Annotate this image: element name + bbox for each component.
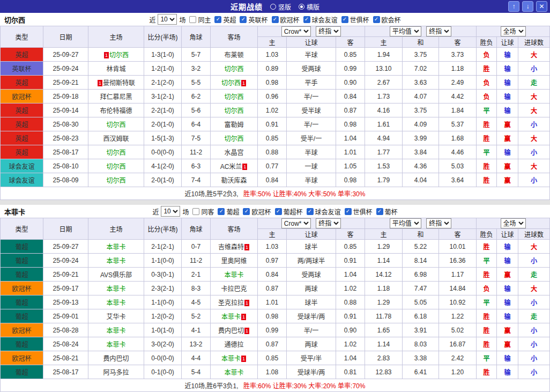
away-team[interactable]: 水晶宫: [224, 149, 243, 157]
asia-home-odds: 0.89: [258, 62, 287, 76]
move-up-button[interactable]: ↑: [508, 1, 519, 12]
europe-odds-source-select[interactable]: 平均值: [390, 26, 421, 36]
away-team[interactable]: AC米兰: [220, 163, 242, 171]
home-team[interactable]: 费内巴切: [103, 355, 129, 363]
match-score[interactable]: 2-1(2-0): [144, 76, 182, 90]
away-team[interactable]: 切尔西: [224, 135, 243, 143]
match-score[interactable]: 2-2(1-0): [144, 103, 182, 117]
home-team[interactable]: 切尔西: [106, 177, 125, 184]
europe-odds-time-select[interactable]: 终指: [426, 26, 451, 36]
league-checkbox[interactable]: ✓球会友谊: [307, 207, 341, 216]
league-checkbox[interactable]: ✓葡超: [218, 207, 239, 216]
vertical-layout-radio[interactable]: 竖版: [270, 2, 291, 11]
home-team[interactable]: 本菲卡: [106, 285, 125, 293]
away-team[interactable]: 勒沃库森: [221, 177, 247, 184]
move-down-button[interactable]: ↓: [522, 1, 533, 12]
match-score[interactable]: 0-0(0-0): [144, 145, 182, 159]
home-team[interactable]: 切尔西: [106, 163, 125, 171]
league-checkbox[interactable]: ✓英超: [214, 15, 236, 24]
asia-odds-time-select[interactable]: 终指: [316, 218, 341, 228]
match-score[interactable]: 2-3(2-1): [144, 282, 182, 295]
europe-odds-source-select[interactable]: 平均值: [390, 218, 421, 228]
away-team[interactable]: 卡拉巴克: [221, 285, 247, 293]
match-score[interactable]: 1-5(1-3): [144, 131, 182, 145]
home-team[interactable]: 林肯城: [106, 65, 125, 73]
home-team[interactable]: 本菲卡: [106, 327, 125, 335]
europe-odds-time-select[interactable]: 终指: [426, 218, 451, 228]
league-checkbox[interactable]: ✓球会友谊: [303, 15, 338, 24]
away-team[interactable]: 圣克拉拉: [218, 299, 244, 307]
home-team[interactable]: AVS俱乐部: [100, 271, 132, 279]
match-score[interactable]: 2-1(2-1): [144, 240, 182, 254]
league-checkbox[interactable]: ✓英联杯: [240, 15, 267, 24]
home-team[interactable]: 布伦特福德: [100, 107, 132, 115]
home-team[interactable]: 本菲卡: [106, 299, 125, 307]
asia-odds-time-select[interactable]: 终指: [316, 26, 341, 36]
match-score[interactable]: 3-0(2-0): [144, 337, 182, 351]
horizontal-layout-radio[interactable]: 横版: [299, 2, 319, 11]
league-checkbox[interactable]: ✓欧冠杯: [243, 207, 271, 216]
match-score[interactable]: 1-1(0-0): [144, 254, 182, 268]
away-team[interactable]: 切尔西: [221, 79, 241, 87]
league-checkbox[interactable]: ✓葡超杯: [275, 207, 303, 216]
away-team[interactable]: 布莱顿: [224, 51, 243, 59]
away-team[interactable]: 富勒姆: [224, 121, 243, 129]
same-venue-checkbox[interactable]: 同客: [192, 207, 214, 216]
match-score[interactable]: 0-3(0-1): [144, 268, 182, 282]
away-team[interactable]: 本菲卡: [224, 369, 243, 376]
away-team[interactable]: 本菲卡: [224, 271, 243, 279]
match-result: 胜: [477, 268, 497, 282]
match-score[interactable]: 4-1(2-0): [144, 159, 182, 173]
league-checkbox[interactable]: ✓葡杯: [376, 207, 398, 216]
match-score[interactable]: 1-1(0-0): [144, 295, 182, 309]
league-checkbox[interactable]: ✓欧会杯: [373, 15, 401, 24]
period-select[interactable]: 全场: [501, 218, 526, 228]
match-score[interactable]: 3-1(2-1): [144, 90, 182, 103]
home-team[interactable]: 切尔西: [109, 51, 129, 59]
handicap-result: 输: [497, 282, 518, 295]
bookmaker-select[interactable]: Crow*: [281, 26, 311, 36]
period-select[interactable]: 全场: [501, 26, 526, 36]
match-score[interactable]: 1-2(0-2): [144, 309, 182, 323]
same-venue-checkbox[interactable]: 同主: [189, 15, 211, 24]
match-score[interactable]: 0-0(0-0): [144, 351, 182, 365]
league-checkbox[interactable]: ✓世俱杯: [341, 15, 369, 24]
home-team[interactable]: 西汉姆联: [103, 135, 129, 143]
match-count-select[interactable]: 10: [158, 14, 177, 25]
league-checkbox[interactable]: ✓世俱杯: [345, 207, 373, 216]
home-team[interactable]: 艾华卡: [106, 313, 125, 321]
away-team[interactable]: 里奥阿维: [221, 257, 247, 265]
match-score[interactable]: 2-0(1-0): [144, 173, 182, 187]
match-score[interactable]: 1-2(1-0): [144, 62, 182, 76]
home-team[interactable]: 本菲卡: [106, 341, 125, 349]
match-count-select[interactable]: 10: [161, 206, 180, 217]
checkbox-icon: ✓: [275, 208, 282, 215]
league-checkbox[interactable]: ✓欧冠杯: [272, 15, 300, 24]
home-team[interactable]: 曼彻斯特联: [103, 79, 135, 87]
home-team[interactable]: 阿马多拉: [103, 369, 129, 376]
away-team[interactable]: 吉维森特: [218, 243, 244, 251]
home-team-cell: 切尔西: [88, 117, 144, 131]
avg-home-odds: 4.94: [365, 131, 403, 145]
home-team[interactable]: 本菲卡: [106, 243, 125, 251]
match-score[interactable]: 0-1(0-0): [144, 365, 182, 379]
close-button[interactable]: ✕: [536, 1, 547, 12]
home-team[interactable]: 切尔西: [106, 149, 125, 157]
match-score[interactable]: 2-0(1-0): [144, 117, 182, 131]
away-team[interactable]: 费内巴切: [218, 327, 244, 335]
away-team[interactable]: 本菲卡: [221, 313, 241, 321]
home-team[interactable]: 本菲卡: [106, 257, 125, 265]
match-score[interactable]: 1-3(1-0): [144, 48, 182, 62]
away-team[interactable]: 切尔西: [224, 107, 243, 115]
bookmaker-select[interactable]: Crow*: [281, 218, 311, 228]
avg-away-odds: 1.17: [439, 268, 477, 282]
home-team[interactable]: 拜仁慕尼黑: [100, 93, 132, 101]
checkbox-label: 英联杯: [248, 15, 267, 24]
away-team[interactable]: 本菲卡: [221, 355, 241, 363]
match-score[interactable]: 1-0(1-0): [144, 323, 182, 337]
away-team[interactable]: 通德拉: [224, 341, 243, 349]
avg-draw-odds: 3.38: [403, 351, 439, 365]
away-team[interactable]: 切尔西: [224, 65, 243, 73]
away-team[interactable]: 切尔西: [224, 93, 243, 101]
home-team[interactable]: 切尔西: [106, 121, 125, 129]
